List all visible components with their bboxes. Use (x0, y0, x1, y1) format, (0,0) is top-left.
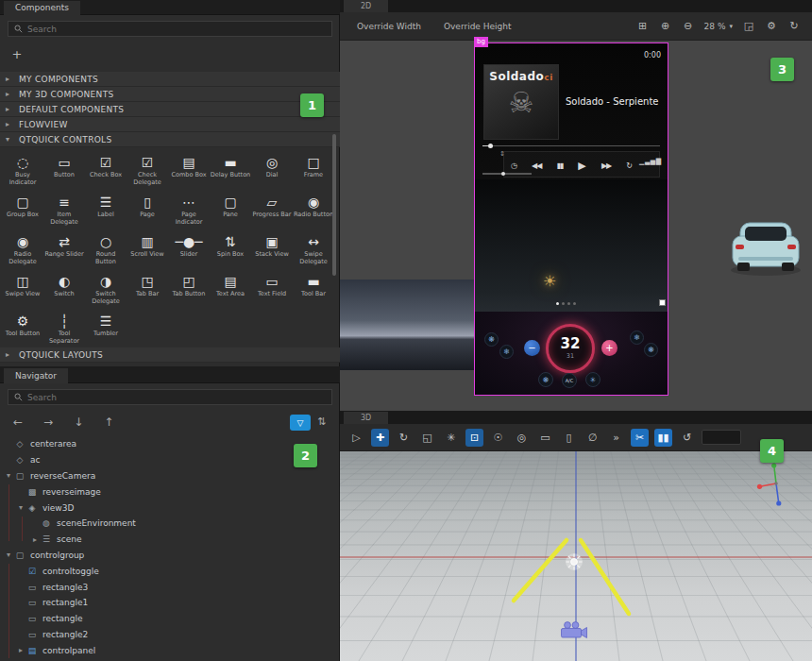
auto-mode-button[interactable]: ✳ (585, 372, 601, 387)
component-item-range-slider[interactable]: ⇄Range Slider (43, 229, 85, 268)
overflow-icon[interactable]: » (607, 429, 625, 447)
component-item-delay-button[interactable]: ▬Delay Button (210, 149, 251, 189)
section-flowview[interactable]: ▸FLOWVIEW (0, 117, 340, 132)
sort-order-icon[interactable]: ⇅ (317, 415, 326, 428)
tree-item-rectangle[interactable]: ▭rectangle (0, 611, 340, 627)
tree-item-view3d[interactable]: ▾◈view3D (0, 500, 340, 516)
zoom-out-icon[interactable]: ⊖ (682, 20, 695, 32)
car-3d-asset[interactable] (725, 215, 806, 278)
scale-tool-icon[interactable]: ◱ (418, 429, 436, 447)
edit-light-icon[interactable]: ☉ (489, 429, 507, 447)
component-item-text-area[interactable]: ▤Text Area (210, 268, 251, 308)
component-item-radio-button[interactable]: ◉Radio Button (293, 189, 334, 229)
component-item-busy-indicator[interactable]: ◌Busy Indicator (2, 149, 43, 189)
section-my-components[interactable]: ▸MY COMPONENTS (0, 72, 340, 87)
temperature-dial[interactable]: 32 31 (546, 324, 595, 373)
mini-slider-handle[interactable] (501, 172, 505, 176)
tab-navigator[interactable]: Navigator (4, 368, 68, 383)
component-item-button[interactable]: ▭Button (43, 149, 85, 189)
scene-camera-icon[interactable] (562, 622, 587, 638)
zoom-selection-icon[interactable]: ⊞ (636, 20, 650, 32)
section-qtquick-controls[interactable]: ▾QTQUICK CONTROLS (0, 132, 340, 147)
tree-item-controlgroup[interactable]: ▾▢controlgroup (0, 548, 340, 564)
snowflake-left-button[interactable]: ❄ (499, 345, 514, 359)
component-item-tool-separator[interactable]: ┆Tool Separator (43, 308, 85, 347)
component-item-check-delegate[interactable]: ☑Check Delegate (127, 149, 168, 189)
camera-view-icon[interactable]: ◎ (513, 429, 531, 447)
component-item-tumbler[interactable]: ☰Tumbler (85, 308, 127, 347)
component-item-switch[interactable]: ◐Switch (43, 268, 85, 308)
monitor-icon[interactable]: ▯ (560, 429, 578, 447)
zoom-level-dropdown[interactable]: 28 % ▾ (704, 22, 733, 31)
fit-canvas-icon[interactable]: ◲ (742, 20, 755, 32)
component-item-scroll-view[interactable]: ▥Scroll View (127, 229, 168, 268)
rotate-tool-icon[interactable]: ↻ (395, 429, 413, 447)
component-item-pane[interactable]: ▢Pane (210, 189, 251, 229)
section-qtquick-layouts[interactable]: ▸QTQUICK LAYOUTS (0, 347, 340, 363)
pause-particles-icon[interactable]: ▮▮ (654, 429, 672, 447)
tab-components[interactable]: Components (4, 1, 80, 15)
tree-item-scene[interactable]: ▸☰scene (0, 532, 340, 548)
component-item-swipe-delegate[interactable]: ↔Swipe Delegate (293, 229, 334, 268)
tree-expand-icon[interactable]: ▸ (16, 646, 25, 654)
move-tool-icon[interactable]: ✚ (371, 429, 389, 447)
component-item-text-field[interactable]: ▭Text Field (251, 268, 293, 308)
mini-slider[interactable] (482, 173, 532, 175)
components-search-input[interactable] (27, 25, 326, 34)
move-backward-icon[interactable]: ← (13, 415, 23, 429)
tree-expand-icon[interactable]: ▾ (4, 471, 13, 480)
settings-icon[interactable]: ⚙ (765, 20, 778, 32)
seek-slider[interactable] (482, 142, 660, 149)
select-mode-icon[interactable]: ▷ (347, 429, 365, 447)
temperature-minus-button[interactable]: − (524, 340, 540, 356)
shuffle-icon[interactable]: ◷ (511, 161, 516, 170)
navigator-search[interactable] (8, 389, 332, 405)
tree-item-controltoggle[interactable]: ☑controltoggle (0, 563, 340, 579)
component-item-stack-view[interactable]: ▣Stack View (251, 229, 293, 268)
component-item-round-button[interactable]: ○Round Button (85, 229, 127, 268)
viewport-icon[interactable]: ▭ (536, 429, 554, 447)
component-item-spin-box[interactable]: ⇅Spin Box (210, 229, 251, 268)
next-icon[interactable]: ▶▶ (601, 161, 611, 170)
axis-gizmo[interactable] (757, 463, 782, 505)
snowflake-right-button[interactable]: ❄ (630, 330, 644, 345)
fan-speed-button[interactable]: ❋ (538, 372, 553, 387)
tree-expand-icon[interactable]: ▾ (16, 503, 25, 512)
reload-icon[interactable]: ↻ (787, 20, 801, 32)
section-my-3d-components[interactable]: ▸MY 3D COMPONENTS (0, 87, 340, 102)
move-forward-icon[interactable]: → (43, 415, 53, 429)
component-item-item-delegate[interactable]: ≡Item Delegate (43, 189, 85, 229)
component-item-swipe-view[interactable]: ◫Swipe View (2, 268, 43, 308)
tree-item-sceneenvironment[interactable]: ◍sceneEnvironment (0, 516, 340, 532)
component-item-frame[interactable]: □Frame (293, 149, 334, 189)
override-width-button[interactable]: Override Width (357, 22, 421, 31)
component-item-combo-box[interactable]: ▤Combo Box (168, 149, 210, 189)
tree-item-controlpanel[interactable]: ▸▤controlpanel (0, 642, 340, 658)
component-item-label[interactable]: ☰Label (85, 189, 127, 229)
component-item-radio-delegate[interactable]: ◉Radio Delegate (2, 229, 43, 268)
component-item-check-box[interactable]: ☑Check Box (85, 149, 127, 189)
tab-2d[interactable]: 2D (344, 0, 388, 12)
components-scrollbar[interactable] (332, 134, 336, 276)
split-view-icon[interactable]: ✂ (631, 429, 649, 447)
scene-light-icon[interactable] (566, 553, 583, 570)
tree-item-rectangle1[interactable]: ▭rectangle1 (0, 595, 340, 611)
tree-item-rectangle3[interactable]: ▭rectangle3 (0, 579, 340, 595)
tree-item-ac[interactable]: ◇ac (0, 452, 340, 468)
previous-icon[interactable]: ◀◀ (532, 161, 541, 170)
component-item-tab-bar[interactable]: ◳Tab Bar (127, 268, 168, 308)
component-item-page[interactable]: ▯Page (127, 189, 168, 229)
camera-speed-field[interactable] (702, 430, 741, 445)
3d-viewport[interactable] (340, 451, 812, 661)
sun-brightness-icon[interactable]: ☀ (543, 272, 556, 290)
navigator-search-input[interactable] (27, 393, 326, 402)
components-search[interactable] (8, 21, 332, 37)
hide-icon[interactable]: ∅ (584, 429, 601, 447)
seek-handle[interactable] (488, 144, 493, 148)
tree-expand-icon[interactable]: ▸ (30, 535, 40, 544)
selection-tag[interactable]: bg (474, 37, 488, 47)
component-item-tool-bar[interactable]: ▬Tool Bar (293, 268, 334, 308)
tree-expand-icon[interactable]: ▾ (4, 551, 13, 559)
tree-item-reversecamera[interactable]: ▾▢reverseCamera (0, 468, 340, 484)
snap-toggle-icon[interactable]: ✳ (442, 429, 460, 447)
